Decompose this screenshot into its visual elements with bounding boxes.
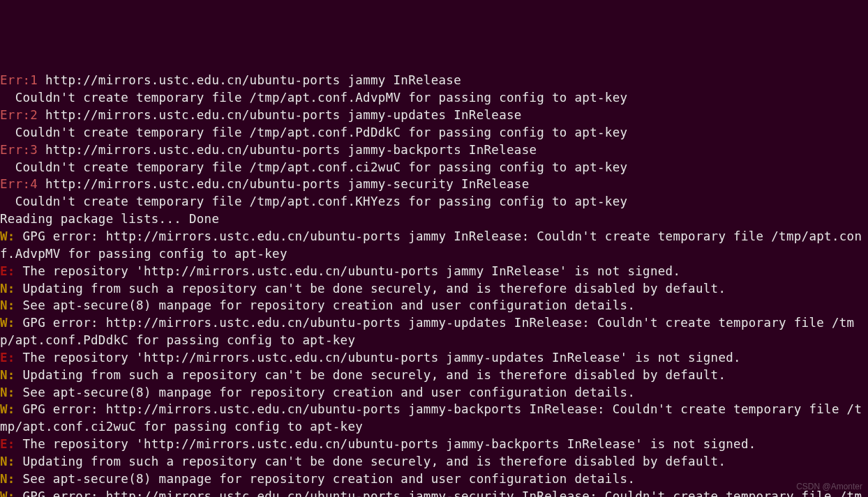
notice-prefix: N: (0, 454, 15, 468)
notice-prefix: N: (0, 385, 15, 399)
line-text: GPG error: http://mirrors.ustc.edu.cn/ub… (0, 489, 862, 497)
terminal-line: Couldn't create temporary file /tmp/apt.… (0, 193, 868, 211)
terminal-line: W: GPG error: http://mirrors.ustc.edu.cn… (0, 488, 868, 497)
terminal-line: W: GPG error: http://mirrors.ustc.edu.cn… (0, 228, 868, 263)
line-text: http://mirrors.ustc.edu.cn/ubuntu-ports … (38, 143, 537, 157)
line-text: The repository 'http://mirrors.ustc.edu.… (15, 264, 681, 278)
notice-prefix: N: (0, 472, 15, 486)
line-text: Updating from such a repository can't be… (15, 282, 726, 296)
error-prefix: E: (0, 437, 15, 451)
warning-prefix: W: (0, 489, 15, 497)
terminal-line: N: See apt-secure(8) manpage for reposit… (0, 471, 868, 488)
terminal-line: Err:2 http://mirrors.ustc.edu.cn/ubuntu-… (0, 107, 868, 124)
terminal-line: N: Updating from such a repository can't… (0, 453, 868, 471)
line-text: The repository 'http://mirrors.ustc.edu.… (15, 351, 741, 365)
warning-prefix: W: (0, 229, 15, 243)
terminal-line: Couldn't create temporary file /tmp/apt.… (0, 159, 868, 176)
line-text: Updating from such a repository can't be… (15, 454, 726, 468)
terminal-line: N: Updating from such a repository can't… (0, 367, 868, 384)
terminal-output: Err:1 http://mirrors.ustc.edu.cn/ubuntu-… (0, 72, 868, 497)
line-text: http://mirrors.ustc.edu.cn/ubuntu-ports … (38, 177, 529, 191)
warning-prefix: W: (0, 402, 15, 416)
line-text: GPG error: http://mirrors.ustc.edu.cn/ub… (0, 402, 862, 434)
line-text: GPG error: http://mirrors.ustc.edu.cn/ub… (0, 316, 854, 347)
line-text: Couldn't create temporary file /tmp/apt.… (0, 194, 627, 208)
line-text: Couldn't create temporary file /tmp/apt.… (0, 160, 627, 174)
terminal-line: Reading package lists... Done (0, 211, 868, 228)
line-text: See apt-secure(8) manpage for repository… (15, 472, 636, 486)
terminal-line: Err:4 http://mirrors.ustc.edu.cn/ubuntu-… (0, 176, 868, 193)
line-text: Couldn't create temporary file /tmp/apt.… (0, 91, 627, 105)
terminal-line: E: The repository 'http://mirrors.ustc.e… (0, 436, 868, 453)
err-prefix: Err:3 (0, 143, 38, 157)
notice-prefix: N: (0, 298, 15, 312)
terminal-line: E: The repository 'http://mirrors.ustc.e… (0, 263, 868, 280)
err-prefix: Err:4 (0, 177, 38, 191)
line-text: Reading package lists... Done (0, 212, 219, 226)
warning-prefix: W: (0, 316, 15, 330)
error-prefix: E: (0, 351, 15, 365)
terminal-line: W: GPG error: http://mirrors.ustc.edu.cn… (0, 314, 868, 349)
terminal-line: Err:1 http://mirrors.ustc.edu.cn/ubuntu-… (0, 72, 868, 89)
terminal-line: E: The repository 'http://mirrors.ustc.e… (0, 349, 868, 367)
terminal-line: N: See apt-secure(8) manpage for reposit… (0, 297, 868, 314)
terminal-line: Err:3 http://mirrors.ustc.edu.cn/ubuntu-… (0, 142, 868, 159)
watermark-text: CSDN @Amonter (796, 481, 862, 493)
line-text: The repository 'http://mirrors.ustc.edu.… (15, 437, 756, 451)
line-text: See apt-secure(8) manpage for repository… (15, 385, 636, 399)
terminal-line: N: See apt-secure(8) manpage for reposit… (0, 384, 868, 402)
line-text: See apt-secure(8) manpage for repository… (15, 298, 636, 312)
line-text: GPG error: http://mirrors.ustc.edu.cn/ub… (0, 229, 862, 261)
err-prefix: Err:2 (0, 108, 38, 122)
line-text: http://mirrors.ustc.edu.cn/ubuntu-ports … (38, 108, 522, 122)
terminal-line: N: Updating from such a repository can't… (0, 280, 868, 298)
terminal-line: Couldn't create temporary file /tmp/apt.… (0, 124, 868, 142)
line-text: http://mirrors.ustc.edu.cn/ubuntu-ports … (38, 73, 461, 87)
line-text: Couldn't create temporary file /tmp/apt.… (0, 125, 627, 139)
err-prefix: Err:1 (0, 73, 38, 87)
notice-prefix: N: (0, 368, 15, 382)
terminal-line: Couldn't create temporary file /tmp/apt.… (0, 89, 868, 107)
error-prefix: E: (0, 264, 15, 278)
terminal-line: W: GPG error: http://mirrors.ustc.edu.cn… (0, 401, 868, 436)
notice-prefix: N: (0, 282, 15, 296)
line-text: Updating from such a repository can't be… (15, 368, 726, 382)
